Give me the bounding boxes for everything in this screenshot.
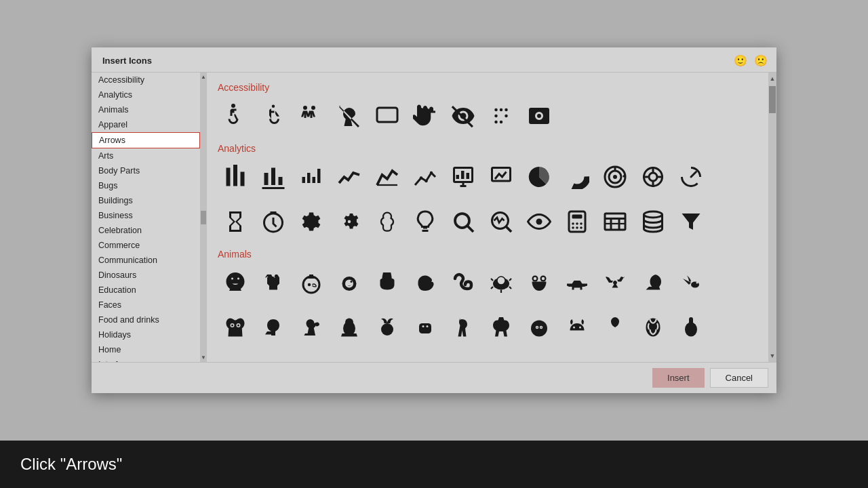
icon-active-wheelchair[interactable] [256, 98, 291, 134]
content-area[interactable]: Accessibility [207, 73, 768, 362]
icon-cat[interactable] [218, 265, 253, 300]
scroll-down-btn[interactable]: ▼ [768, 351, 776, 361]
sidebar-item-faces[interactable]: Faces [92, 298, 200, 312]
smiley-happy-icon[interactable]: 🙂 [733, 53, 748, 68]
icon-caption[interactable] [370, 98, 405, 134]
icon-hummingbird[interactable] [673, 265, 709, 300]
sidebar-item-food[interactable]: Food and drinks [92, 312, 200, 327]
insert-button[interactable]: Insert [652, 368, 705, 388]
icon-bar-chart-up[interactable] [294, 159, 329, 195]
content-scrollbar[interactable]: ▲ ▼ [768, 73, 776, 362]
sidebar-item-holidays[interactable]: Holidays [92, 327, 200, 342]
icon-bat[interactable] [597, 265, 633, 300]
icon-donut-chart[interactable] [559, 159, 595, 195]
icon-ram[interactable] [559, 310, 595, 345]
icon-people-accessibility[interactable] [294, 98, 329, 134]
icon-hand[interactable] [408, 98, 443, 134]
icon-database[interactable] [635, 204, 671, 239]
icon-crow[interactable] [635, 265, 671, 300]
icon-elephant2[interactable] [446, 354, 481, 362]
icon-heartbeat-search[interactable] [484, 204, 519, 239]
sidebar-item-interface[interactable]: Interface [92, 357, 200, 362]
icon-zebra[interactable] [635, 310, 671, 345]
icon-frog[interactable] [521, 265, 557, 300]
icon-rabbit[interactable] [370, 265, 405, 300]
icon-calculator[interactable] [559, 204, 595, 239]
icon-clam[interactable] [484, 354, 519, 362]
icon-dog[interactable] [256, 265, 291, 300]
sidebar-item-business[interactable]: Business [92, 208, 200, 223]
icon-scatter-chart[interactable] [408, 159, 443, 195]
sidebar-item-education[interactable]: Education [92, 283, 200, 298]
icon-pig[interactable] [521, 310, 557, 345]
sidebar-item-bugs[interactable]: Bugs [92, 178, 200, 193]
icon-filter[interactable] [673, 204, 709, 239]
icon-donkey[interactable] [484, 310, 519, 345]
icon-owl[interactable] [218, 310, 253, 345]
sidebar-item-dinosaurs[interactable]: Dinosaurs [92, 268, 200, 283]
icon-eye[interactable] [521, 204, 557, 239]
icon-speedometer[interactable] [673, 159, 709, 195]
icon-hamster[interactable] [332, 265, 367, 300]
icon-presentation-chart-2[interactable] [484, 159, 519, 195]
sidebar-item-apparel[interactable]: Apparel [92, 117, 200, 132]
icon-cow[interactable] [408, 310, 443, 345]
icon-no-see[interactable] [446, 98, 481, 134]
icon-phone-accessibility[interactable] [521, 98, 557, 134]
sidebar-scrollbar[interactable]: ▲ ▼ [200, 73, 207, 362]
icon-duck[interactable] [294, 310, 329, 345]
icon-bulb[interactable] [408, 204, 443, 239]
icon-giraffe[interactable] [673, 310, 709, 345]
icon-line-chart-2[interactable] [370, 159, 405, 195]
sidebar-item-analytics[interactable]: Analytics [92, 87, 200, 102]
sidebar-item-accessibility[interactable]: Accessibility [92, 73, 200, 87]
icon-settings-2[interactable] [332, 204, 367, 239]
sidebar-item-celebration[interactable]: Celebration [92, 223, 200, 238]
icon-search[interactable] [446, 204, 481, 239]
icon-bar-chart-down[interactable] [256, 159, 291, 195]
icon-table[interactable] [597, 204, 633, 239]
sidebar-item-communication[interactable]: Communication [92, 253, 200, 268]
icon-gorilla[interactable] [408, 354, 443, 362]
icon-whale[interactable] [597, 354, 633, 362]
sidebar-item-buildings[interactable]: Buildings [92, 193, 200, 208]
icon-brain[interactable] [370, 204, 405, 239]
icon-crosshair[interactable] [635, 159, 671, 195]
icon-timer[interactable] [256, 204, 291, 239]
icon-snake[interactable] [446, 265, 481, 300]
icon-target[interactable] [597, 159, 633, 195]
sidebar-scroll-down[interactable]: ▼ [201, 354, 206, 361]
icon-crocodile[interactable] [559, 265, 595, 300]
icon-hourglass[interactable] [218, 204, 253, 239]
icon-settings[interactable] [294, 204, 329, 239]
sidebar-item-commerce[interactable]: Commerce [92, 238, 200, 253]
icon-chicken[interactable] [332, 310, 367, 345]
icon-dog2[interactable] [635, 354, 671, 362]
icon-turkey[interactable] [370, 310, 405, 345]
icon-fish[interactable] [521, 354, 557, 362]
sidebar-item-animals[interactable]: Animals [92, 102, 200, 117]
icon-bar-chart[interactable] [218, 159, 253, 195]
icon-deaf[interactable] [332, 98, 367, 134]
sidebar-item-arrows[interactable]: Arrows [92, 132, 200, 148]
icon-line-chart[interactable] [332, 159, 367, 195]
icon-elephant[interactable] [218, 354, 253, 362]
icon-braille[interactable] [484, 98, 519, 134]
sidebar-item-arts[interactable]: Arts [92, 148, 200, 163]
icon-presentation-chart[interactable] [446, 159, 481, 195]
icon-horse[interactable] [446, 310, 481, 345]
sidebar-scroll[interactable]: AccessibilityAnalyticsAnimalsApparelArro… [92, 73, 200, 362]
icon-camel[interactable] [332, 354, 367, 362]
icon-wheelchair[interactable] [218, 98, 253, 134]
scroll-up-btn[interactable]: ▲ [768, 74, 776, 83]
icon-turtle[interactable] [484, 265, 519, 300]
icon-fish-bowl[interactable] [294, 265, 329, 300]
icon-goat[interactable] [597, 310, 633, 345]
icon-rhino[interactable] [256, 354, 291, 362]
icon-squirrel[interactable] [408, 265, 443, 300]
smiley-sad-icon[interactable]: 🙁 [753, 53, 768, 68]
icon-bird[interactable] [559, 354, 595, 362]
cancel-button[interactable]: Cancel [710, 368, 768, 388]
sidebar-item-body-parts[interactable]: Body Parts [92, 163, 200, 178]
icon-rooster[interactable] [256, 310, 291, 345]
